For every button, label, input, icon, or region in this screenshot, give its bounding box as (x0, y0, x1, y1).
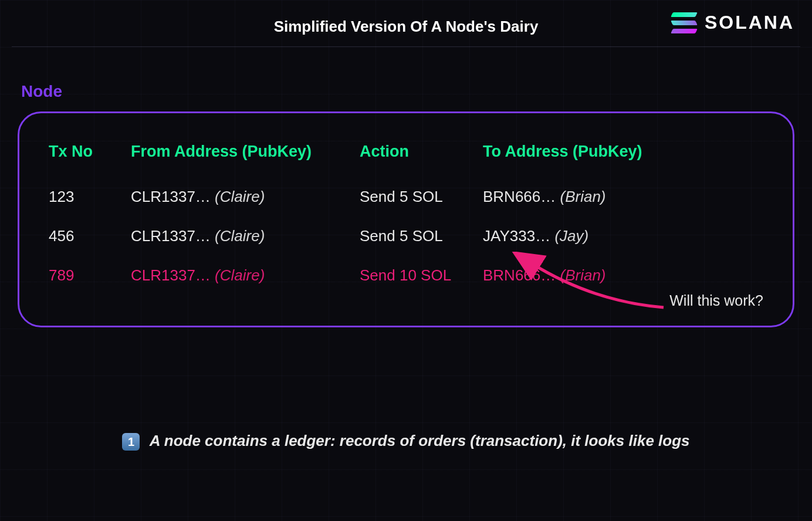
annotation-text: Will this work? (669, 292, 763, 309)
cell-from: CLR1337… (Claire) (131, 188, 354, 206)
table-row: 123 CLR1337… (Claire) Send 5 SOL BRN666…… (49, 188, 763, 206)
solana-wordmark: SOLANA (705, 12, 794, 33)
col-header-from: From Address (PubKey) (131, 143, 354, 161)
cell-from: CLR1337… (Claire) (131, 227, 354, 245)
cell-to: BRN666… (Brian) (483, 266, 763, 285)
table-row-highlighted: 789 CLR1337… (Claire) Send 10 SOL BRN666… (49, 266, 763, 285)
caption: 1 A node contains a ledger: records of o… (0, 432, 812, 451)
table-row: 456 CLR1337… (Claire) Send 5 SOL JAY333…… (49, 227, 763, 245)
cell-from: CLR1337… (Claire) (131, 266, 354, 285)
cell-action: Send 10 SOL (360, 266, 477, 285)
number-badge-icon: 1 (122, 433, 140, 451)
cell-txno: 123 (49, 188, 125, 206)
cell-to: BRN666… (Brian) (483, 188, 763, 206)
node-box: Tx No From Address (PubKey) Action To Ad… (18, 111, 794, 327)
solana-logo: SOLANA (672, 12, 794, 33)
cell-txno: 456 (49, 227, 125, 245)
caption-text: A node contains a ledger: records of ord… (150, 432, 690, 449)
col-header-txno: Tx No (49, 143, 125, 161)
cell-to: JAY333… (Jay) (483, 227, 763, 245)
table-header-row: Tx No From Address (PubKey) Action To Ad… (49, 143, 763, 161)
node-label: Node (21, 82, 794, 101)
col-header-to: To Address (PubKey) (483, 143, 763, 161)
ledger-table: Tx No From Address (PubKey) Action To Ad… (49, 143, 763, 285)
col-header-action: Action (360, 143, 477, 161)
cell-txno: 789 (49, 266, 125, 285)
header: Simplified Version Of A Node's Dairy SOL… (12, 0, 800, 47)
content-area: Node Tx No From Address (PubKey) Action … (0, 47, 812, 327)
cell-action: Send 5 SOL (360, 227, 477, 245)
page-title: Simplified Version Of A Node's Dairy (274, 18, 539, 36)
cell-action: Send 5 SOL (360, 188, 477, 206)
solana-mark-icon (672, 12, 696, 33)
